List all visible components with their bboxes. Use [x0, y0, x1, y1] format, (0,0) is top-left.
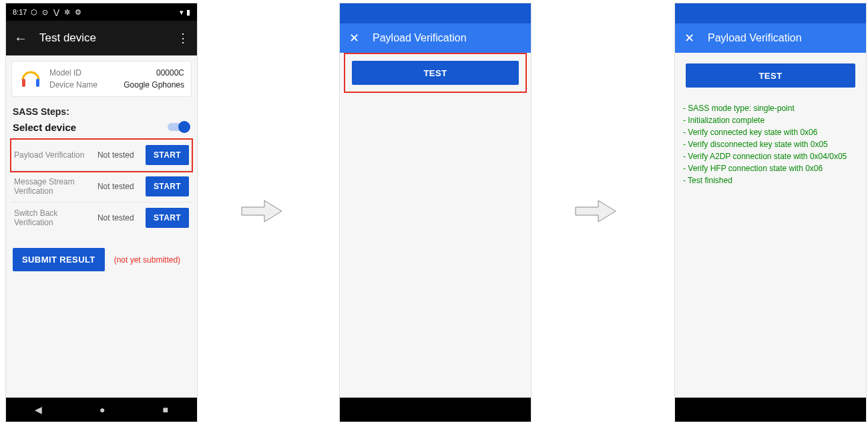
phone-screen-1: 8:17 ⬡ ⊙ ⋁ ✲ ⚙ ▾ ▮ ← Test device ⋮ Model… [5, 3, 198, 422]
test-status: Not tested [97, 182, 146, 191]
status-bar-blue [675, 3, 866, 23]
svg-rect-0 [22, 79, 25, 87]
close-icon[interactable]: ✕ [684, 31, 694, 45]
select-device-label: Select device [13, 122, 76, 133]
test-status: Not tested [97, 213, 146, 223]
wifi-icon: ▾ [180, 8, 184, 17]
test-button[interactable]: TEST [352, 61, 519, 85]
test-name: Switch Back Verification [14, 208, 97, 227]
log-line: - Verify HFP connection state with 0x06 [683, 162, 858, 174]
submit-pending-label: (not yet submitted) [114, 255, 180, 265]
nav-back-icon[interactable]: ◀ [35, 404, 42, 415]
test-row-switch-back: Switch Back Verification Not tested STAR… [11, 202, 192, 233]
flow-arrow-icon [240, 198, 283, 225]
android-nav-bar [675, 398, 866, 422]
start-button[interactable]: START [146, 145, 189, 165]
app-title: Test device [39, 31, 165, 45]
nav-home-icon[interactable]: ● [99, 404, 105, 415]
status-bar: 8:17 ⬡ ⊙ ⋁ ✲ ⚙ ▾ ▮ [6, 3, 197, 21]
log-line: - Verify connected key state with 0x06 [683, 126, 858, 138]
test-list: Payload Verification Not tested START Me… [11, 140, 192, 233]
dialog-title: Payload Verification [373, 32, 467, 44]
model-id-value: 00000C [156, 68, 184, 78]
status-time: 8:17 [13, 8, 27, 16]
android-nav-bar [340, 398, 531, 422]
svg-rect-1 [36, 79, 39, 87]
log-line: - Verify A2DP connection state with 0x04… [683, 150, 858, 162]
dialog-header: ✕ Payload Verification [340, 23, 531, 53]
log-line: - SASS mode type: single-point [683, 102, 858, 114]
start-button[interactable]: START [146, 208, 189, 228]
phone-screen-2: ✕ Payload Verification TEST [339, 3, 531, 422]
battery-icon: ▮ [186, 8, 190, 17]
test-row-payload: Payload Verification Not tested START [11, 140, 192, 171]
nav-recent-icon[interactable]: ■ [163, 404, 168, 415]
submit-row: SUBMIT RESULT (not yet submitted) [13, 248, 190, 271]
dialog-header: ✕ Payload Verification [675, 23, 866, 53]
test-row-message-stream: Message Stream Verification Not tested S… [11, 171, 192, 202]
section-heading: SASS Steps: [13, 106, 190, 117]
start-button[interactable]: START [146, 176, 189, 196]
log-line: - Verify disconnected key state with 0x0… [683, 138, 858, 150]
log-line: - Test finished [683, 174, 858, 186]
headphones-icon [19, 67, 43, 91]
test-button[interactable]: TEST [686, 63, 855, 88]
test-log: - SASS mode type: single-point - Initial… [675, 98, 866, 190]
more-icon[interactable]: ⋮ [177, 31, 189, 45]
log-line: - Initialization complete [683, 114, 858, 126]
dialog-title: Payload Verification [708, 32, 802, 44]
select-device-row: Select device [13, 121, 190, 133]
model-id-label: Model ID [49, 68, 81, 78]
test-status: Not tested [97, 150, 146, 160]
android-nav-bar: ◀ ● ■ [6, 398, 197, 422]
back-icon[interactable]: ← [14, 31, 27, 45]
select-device-toggle[interactable] [168, 121, 190, 133]
test-name: Message Stream Verification [14, 177, 97, 196]
test-button-highlight: TEST [344, 53, 527, 93]
app-bar: ← Test device ⋮ [6, 21, 197, 55]
phone-screen-3: ✕ Payload Verification TEST - SASS mode … [674, 3, 867, 422]
test-name: Payload Verification [14, 150, 97, 160]
device-name-label: Device Name [49, 80, 97, 90]
close-icon[interactable]: ✕ [349, 31, 359, 45]
flow-arrow-icon [574, 198, 617, 225]
status-icons: ⬡ ⊙ ⋁ ✲ ⚙ [31, 8, 82, 17]
device-card: Model ID 00000C Device Name Google Gphon… [11, 61, 192, 97]
status-bar-blue [340, 3, 531, 23]
submit-result-button[interactable]: SUBMIT RESULT [13, 248, 105, 271]
device-name-value: Google Gphones [124, 80, 184, 90]
